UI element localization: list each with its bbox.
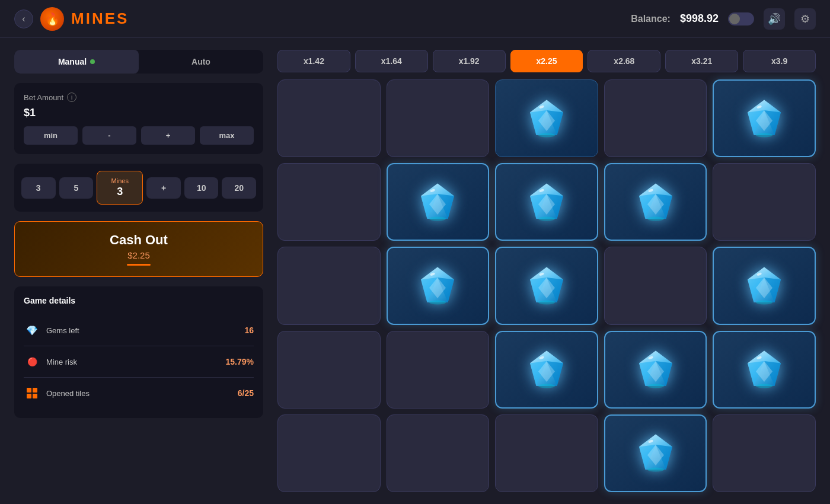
tab-manual[interactable]: Manual (14, 50, 139, 74)
logo-text: MINES (71, 9, 129, 28)
cashout-progress-bar (127, 264, 151, 266)
gems-value: 16 (244, 326, 254, 335)
mult-x321[interactable]: x3.21 (665, 50, 738, 72)
bet-max-button[interactable]: max (200, 126, 254, 145)
tile-24[interactable] (713, 414, 816, 492)
mode-tabs: Manual Auto (14, 50, 263, 74)
bet-minus-button[interactable]: - (82, 126, 136, 145)
tile-1[interactable] (387, 79, 490, 157)
tile-2[interactable] (495, 79, 598, 157)
detail-gems-row: 💎 Gems left 16 (24, 315, 254, 346)
tile-14[interactable] (713, 247, 816, 324)
balance-toggle[interactable] (728, 12, 754, 25)
back-button[interactable]: ‹ (14, 9, 33, 28)
tile-6[interactable] (387, 163, 490, 241)
tile-9[interactable] (713, 163, 816, 241)
game-grid (277, 79, 816, 492)
gem-icon (526, 181, 567, 223)
tile-21[interactable] (387, 414, 490, 492)
tile-7[interactable] (495, 163, 598, 241)
cashout-button[interactable]: Cash Out $2.25 (14, 221, 263, 277)
gem-icon (526, 98, 567, 139)
svg-point-17 (756, 133, 772, 137)
logo-icon: 🔥 (40, 7, 64, 31)
mine-risk-value: 15.79% (226, 357, 254, 366)
mines-btn-20[interactable]: 20 (222, 177, 256, 199)
opened-tiles-value: 6/25 (238, 388, 254, 398)
tile-13[interactable] (604, 247, 707, 324)
opened-tiles-label: Opened tiles (46, 389, 90, 398)
gems-icon: 💎 (24, 322, 40, 339)
cashout-amount: $2.25 (25, 250, 252, 260)
mine-risk-label: Mine risk (46, 358, 77, 366)
svg-rect-3 (33, 394, 37, 398)
mine-icon: 🔴 (24, 353, 40, 370)
mult-x225[interactable]: x2.25 (510, 50, 583, 72)
balance-label: Balance: (631, 14, 671, 24)
tab-auto[interactable]: Auto (139, 50, 263, 74)
svg-point-38 (647, 216, 664, 221)
bet-info-icon[interactable]: i (67, 92, 76, 102)
mines-section: 3 5 Mines 3 + 10 20 (14, 164, 263, 212)
tile-18[interactable] (604, 331, 707, 409)
svg-point-10 (538, 133, 555, 137)
gem-icon (526, 265, 567, 307)
tile-23[interactable] (604, 414, 707, 492)
balance-value: $998.92 (680, 12, 719, 25)
tile-4[interactable] (713, 79, 816, 157)
bet-plus-button[interactable]: + (141, 126, 195, 145)
detail-opened-row: Opened tiles 6/25 (24, 378, 254, 409)
detail-mine-risk-row: 🔴 Mine risk 15.79% (24, 346, 254, 378)
settings-button[interactable]: ⚙ (794, 8, 816, 30)
tile-15[interactable] (277, 331, 381, 409)
game-details: Game details 💎 Gems left 16 🔴 Mine risk … (14, 286, 263, 418)
tile-17[interactable] (495, 331, 598, 409)
tile-8[interactable] (604, 163, 707, 241)
mult-x164[interactable]: x1.64 (355, 50, 428, 72)
mult-x142[interactable]: x1.42 (277, 50, 350, 72)
header-left: ‹ 🔥 MINES (14, 7, 129, 31)
gem-icon (743, 265, 785, 307)
tile-22[interactable] (495, 414, 598, 492)
svg-point-80 (756, 384, 772, 388)
tile-12[interactable] (495, 247, 598, 324)
tile-5[interactable] (277, 163, 381, 241)
sound-button[interactable]: 🔊 (764, 8, 785, 30)
tile-11[interactable] (387, 247, 490, 324)
mult-x192[interactable]: x1.92 (433, 50, 506, 72)
gem-icon (743, 349, 785, 390)
svg-point-66 (538, 384, 555, 388)
mines-btn-plus[interactable]: + (146, 177, 181, 199)
active-indicator (90, 59, 95, 64)
bet-controls: min - + max (24, 126, 254, 145)
tile-20[interactable] (277, 414, 381, 492)
app-header: ‹ 🔥 MINES Balance: $998.92 🔊 ⚙ (0, 0, 830, 38)
mines-btn-3[interactable]: 3 (21, 177, 56, 199)
tile-3[interactable] (604, 79, 707, 157)
tile-0[interactable] (277, 79, 381, 157)
cashout-title: Cash Out (25, 232, 252, 248)
mines-btn-5[interactable]: 5 (59, 177, 94, 199)
mines-btn-10[interactable]: 10 (184, 177, 219, 199)
gem-icon (417, 265, 458, 307)
tile-16[interactable] (387, 331, 490, 409)
tile-19[interactable] (713, 331, 816, 409)
gem-icon (635, 432, 676, 474)
svg-point-87 (647, 468, 664, 472)
game-details-title: Game details (24, 296, 254, 305)
mines-current-value: 3 (103, 186, 136, 198)
bet-input[interactable]: $1 (24, 107, 254, 119)
bet-min-button[interactable]: min (24, 126, 78, 145)
mult-x39[interactable]: x3.9 (743, 50, 816, 72)
bet-label: Bet Amount i (24, 92, 254, 102)
svg-point-31 (538, 216, 555, 221)
mult-x268[interactable]: x2.68 (588, 50, 660, 72)
gem-icon (635, 349, 676, 390)
mines-current-label: Mines (103, 177, 136, 184)
gem-icon (526, 349, 567, 390)
bet-section: Bet Amount i $1 min - + max (14, 83, 263, 154)
multiplier-bar: x1.42 x1.64 x1.92 x2.25 x2.68 x3.21 x3.9 (277, 50, 816, 72)
detail-gems-left: 💎 Gems left (24, 322, 79, 339)
tile-10[interactable] (277, 247, 381, 324)
svg-rect-0 (27, 388, 31, 393)
